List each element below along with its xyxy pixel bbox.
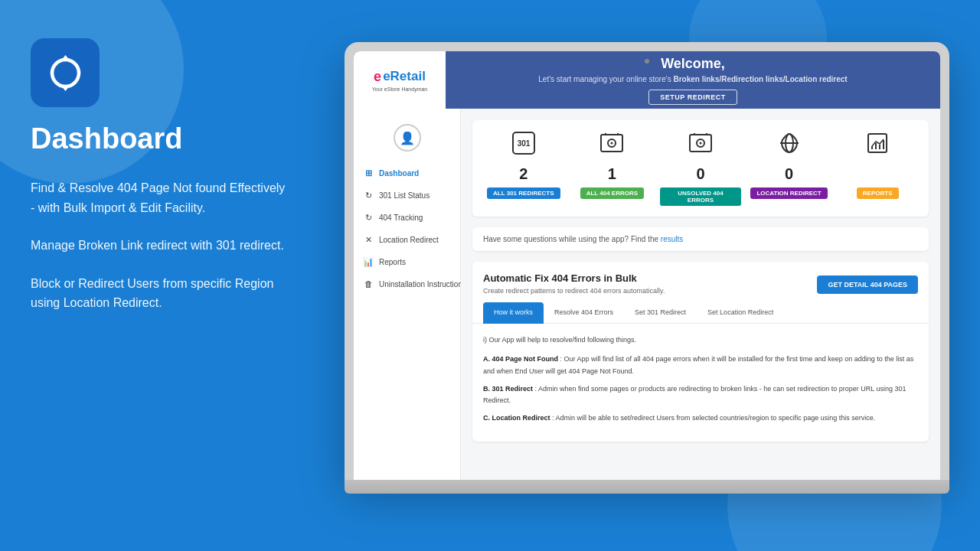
bulk-section: Automatic Fix 404 Errors in Bulk Create … bbox=[472, 262, 929, 442]
header-logo-brand: eRetail bbox=[383, 69, 426, 84]
stat-301-badge: ALL 301 REDIRECTS bbox=[487, 187, 560, 199]
desc-1: Find & Resolve 404 Page Not found Effect… bbox=[31, 178, 291, 217]
laptop-outer: e eRetail Your eStore Handyman Welcome, … bbox=[345, 42, 949, 480]
header-logo: e eRetail bbox=[374, 69, 426, 85]
info-bar: Have some questions while using the app?… bbox=[472, 227, 929, 251]
results-link[interactable]: results bbox=[661, 235, 683, 243]
bulk-subtitle: Create redirect patterns to redirect 404… bbox=[483, 287, 665, 295]
tab-content: i) Our App will help to resolve/find fol… bbox=[472, 324, 929, 442]
sidebar-avatar-area: 👤 bbox=[354, 116, 460, 162]
bulk-header: Automatic Fix 404 Errors in Bulk Create … bbox=[472, 262, 929, 302]
tab-resolve-404[interactable]: Resolve 404 Errors bbox=[544, 302, 624, 324]
stat-301-redirects: 301 2 ALL 301 REDIRECTS bbox=[483, 131, 564, 206]
sidebar-item-reports[interactable]: 📊 Reports bbox=[354, 251, 460, 273]
info-text: Have some questions while using the app?… bbox=[483, 235, 658, 243]
tracking-icon: ↻ bbox=[363, 213, 374, 223]
app-ui: e eRetail Your eStore Handyman Welcome, … bbox=[354, 51, 940, 480]
welcome-title: Welcome, bbox=[661, 56, 725, 72]
svg-marker-1 bbox=[60, 85, 70, 91]
stat-unsolved404-badge: UNSOLVED 404 ERRORS bbox=[660, 187, 741, 206]
list-item-2-label: B. 301 Redirect bbox=[483, 385, 533, 393]
uninstall-icon: 🗑 bbox=[363, 279, 374, 289]
stat-all-404: 1 ALL 404 ERRORS bbox=[572, 131, 653, 206]
list-item-1-label: A. 404 Page Not Found bbox=[483, 355, 558, 363]
tab-content-list: A. 404 Page Not Found : Our App will fin… bbox=[483, 354, 918, 424]
welcome-sub-bold: Broken links/Redirection links/Location … bbox=[673, 75, 847, 83]
list-item-3-label: C. Location Redirect bbox=[483, 414, 550, 422]
stat-location-icon bbox=[777, 131, 802, 161]
header-logo-tagline: Your eStore Handyman bbox=[372, 86, 428, 92]
main-content: 301 2 ALL 301 REDIRECTS bbox=[461, 109, 940, 480]
list-item-3: C. Location Redirect : Admin will be abl… bbox=[483, 412, 918, 424]
header-main: Welcome, Let's start managing your onlin… bbox=[446, 51, 940, 109]
stat-unsolved404-count: 0 bbox=[696, 165, 704, 183]
laptop-base bbox=[345, 480, 949, 494]
sidebar-label-location: Location Redirect bbox=[379, 236, 439, 244]
stat-reports-badge: REPORTS bbox=[857, 187, 899, 199]
sidebar-label-301: 301 List Status bbox=[379, 191, 430, 200]
stat-301-count: 2 bbox=[519, 165, 528, 183]
refresh-arrows-icon bbox=[44, 52, 87, 94]
svg-point-11 bbox=[699, 142, 701, 145]
reports-icon: 📊 bbox=[363, 257, 374, 267]
stat-reports-icon bbox=[865, 131, 890, 161]
camera-notch bbox=[645, 59, 649, 64]
sidebar-label-404: 404 Tracking bbox=[379, 214, 423, 222]
svg-text:301: 301 bbox=[517, 139, 530, 148]
laptop-container: e eRetail Your eStore Handyman Welcome, … bbox=[345, 42, 965, 517]
avatar-icon: 👤 bbox=[400, 131, 415, 145]
sidebar-item-301[interactable]: ↻ 301 List Status bbox=[354, 184, 460, 207]
avatar: 👤 bbox=[394, 124, 421, 152]
desc-2: Manage Broken Link redirect with 301 red… bbox=[31, 236, 291, 256]
list-item-2: B. 301 Redirect : Admin when find some p… bbox=[483, 383, 918, 407]
app-body: 👤 ⊞ Dashboard ↻ 301 List Status bbox=[354, 109, 940, 480]
sidebar: 👤 ⊞ Dashboard ↻ 301 List Status bbox=[354, 109, 461, 480]
svg-marker-0 bbox=[60, 55, 70, 61]
welcome-sub-text: Let's start managing your online store's bbox=[538, 75, 671, 83]
setup-redirect-button[interactable]: SETUP REDIRECT bbox=[648, 90, 737, 105]
left-description: Find & Resolve 404 Page Not found Effect… bbox=[31, 178, 291, 313]
screen-wrapper: e eRetail Your eStore Handyman Welcome, … bbox=[354, 51, 940, 480]
get-detail-button[interactable]: GET DETAIL 404 PAGES bbox=[817, 276, 918, 294]
sidebar-label-uninstall: Uninstallation Instructions bbox=[379, 280, 466, 289]
stat-unsolved-404: 0 UNSOLVED 404 ERRORS bbox=[660, 131, 741, 206]
left-panel: Dashboard Find & Resolve 404 Page Not fo… bbox=[0, 0, 322, 551]
tab-intro: i) Our App will help to resolve/find fol… bbox=[483, 334, 918, 346]
stat-location-badge: LOCATION REDIRECT bbox=[750, 187, 827, 199]
stats-row: 301 2 ALL 301 REDIRECTS bbox=[472, 120, 929, 217]
stat-location-count: 0 bbox=[785, 165, 793, 183]
tab-set-location[interactable]: Set Location Redirect bbox=[697, 302, 784, 324]
tab-bar: How it works Resolve 404 Errors Set 301 … bbox=[472, 302, 929, 324]
sidebar-item-uninstall[interactable]: 🗑 Uninstallation Instructions bbox=[354, 273, 460, 295]
sidebar-label-reports: Reports bbox=[379, 258, 406, 266]
stat-reports: REPORTS bbox=[837, 131, 918, 206]
header-logo-area: e eRetail Your eStore Handyman bbox=[354, 51, 446, 109]
stat-unsolved-icon bbox=[688, 131, 713, 161]
stat-all404-count: 1 bbox=[608, 165, 616, 183]
dashboard-icon: ⊞ bbox=[363, 168, 374, 178]
bulk-title: Automatic Fix 404 Errors in Bulk bbox=[483, 272, 665, 284]
redirect-icon: ↻ bbox=[363, 191, 374, 201]
stat-all404-badge: ALL 404 ERRORS bbox=[580, 187, 644, 199]
sidebar-item-location[interactable]: ✕ Location Redirect bbox=[354, 229, 460, 251]
sidebar-item-404[interactable]: ↻ 404 Tracking bbox=[354, 207, 460, 229]
svg-point-6 bbox=[611, 142, 613, 145]
list-item-2-text: : Admin when find some pages or products… bbox=[483, 385, 906, 404]
stat-404-icon bbox=[599, 131, 624, 161]
desc-3: Block or Redirect Users from specific Re… bbox=[31, 274, 291, 313]
stat-301-icon: 301 bbox=[511, 131, 536, 161]
list-item-3-text: : Admin will be able to set/redirect Use… bbox=[552, 414, 875, 422]
logo-box bbox=[31, 38, 100, 107]
page-title: Dashboard bbox=[31, 122, 291, 155]
stat-location: 0 LOCATION REDIRECT bbox=[749, 131, 830, 206]
laptop-screen: e eRetail Your eStore Handyman Welcome, … bbox=[354, 51, 940, 480]
tab-set-301[interactable]: Set 301 Redirect bbox=[624, 302, 697, 324]
bulk-title-area: Automatic Fix 404 Errors in Bulk Create … bbox=[483, 272, 665, 295]
tab-how-it-works[interactable]: How it works bbox=[483, 302, 544, 324]
location-icon: ✕ bbox=[363, 235, 374, 245]
welcome-subtitle: Let's start managing your online store's… bbox=[538, 75, 847, 83]
stat-reports-count bbox=[875, 165, 880, 183]
sidebar-label-dashboard: Dashboard bbox=[379, 169, 419, 178]
sidebar-item-dashboard[interactable]: ⊞ Dashboard bbox=[354, 162, 460, 184]
list-item-1: A. 404 Page Not Found : Our App will fin… bbox=[483, 354, 918, 377]
